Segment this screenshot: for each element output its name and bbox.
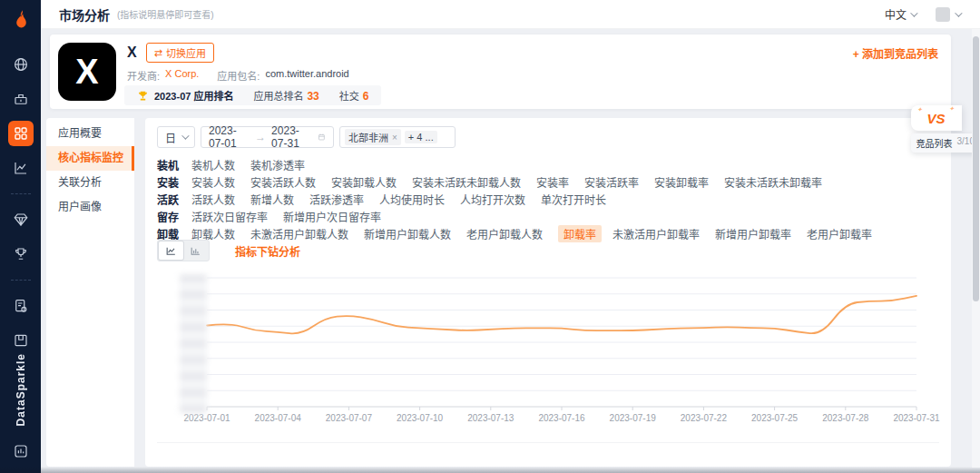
metric-chip[interactable]: 老用户卸载人数	[466, 226, 543, 241]
x-tick-label: 2023-07-04	[255, 413, 302, 423]
chevron-down-icon	[955, 9, 962, 16]
region-select[interactable]: 北部非洲 × + 4 ...	[339, 126, 456, 148]
competitor-list-label: 竞品列表	[916, 136, 953, 150]
sidebar-bottom: DataSparkle	[8, 353, 34, 473]
app-logo-flame-icon[interactable]	[10, 8, 32, 30]
metric-chip[interactable]: 新增用户卸载率	[715, 226, 791, 241]
bar-chart-icon	[190, 245, 201, 257]
date-arrow-icon: →	[255, 131, 266, 143]
language-selector[interactable]: 中文	[885, 6, 916, 22]
grid-apps-icon	[13, 125, 29, 142]
app-info-card: X X ⇄ 切换应用 开发商: X Corp. 应用包名: com.twitte…	[50, 34, 951, 109]
date-range-input[interactable]: 2023-07-01 → 2023-07-31	[201, 126, 334, 148]
sidebar-item-report-settings[interactable]	[8, 293, 34, 319]
granularity-select[interactable]: 日	[157, 126, 195, 148]
granularity-value: 日	[165, 130, 176, 145]
submenu-item[interactable]: 用户画像	[46, 195, 134, 220]
switch-app-label: 切换应用	[166, 45, 206, 60]
document-gear-icon	[13, 298, 29, 314]
sidebar-item-collection[interactable]	[8, 328, 34, 353]
sidebar-item-apps-active[interactable]	[8, 121, 34, 146]
sidebar-nav	[8, 52, 34, 353]
vs-compare-widget: VS 竞品列表 3/10	[911, 105, 980, 153]
trophy-gold-icon	[137, 90, 149, 102]
metric-chip[interactable]: 安装率	[536, 174, 569, 190]
metric-chip[interactable]: 单次打开时长	[541, 192, 606, 207]
metric-chip[interactable]: 新增用户卸载人数	[364, 226, 451, 241]
scrollbar-thumb[interactable]	[973, 36, 979, 301]
submenu-item[interactable]: 应用概要	[46, 122, 134, 146]
rank-period-label: 2023-07 应用排名	[154, 88, 233, 103]
sidebar: DataSparkle	[0, 0, 41, 473]
chevron-down-icon	[910, 9, 917, 16]
metric-chip[interactable]: 安装未活跃未卸载率	[724, 174, 822, 190]
metric-chip[interactable]: 人均使用时长	[379, 192, 445, 207]
metric-chip[interactable]: 安装活跃率	[584, 174, 639, 190]
metric-chip[interactable]: 未激活用户卸载率	[612, 226, 700, 241]
submenu: 应用概要核心指标监控关联分析用户画像	[46, 118, 134, 467]
metric-chip[interactable]: 新增用户次日留存率	[283, 209, 381, 224]
sidebar-item-bars[interactable]	[8, 439, 34, 464]
sidebar-item-gem[interactable]	[8, 207, 34, 232]
metric-chip[interactable]: 装机渗透率	[250, 157, 305, 172]
date-end: 2023-07-31	[271, 124, 312, 150]
competitor-list-counter[interactable]: 竞品列表 3/10	[911, 133, 980, 153]
bar-chart-toggle-button[interactable]	[183, 241, 208, 260]
remove-tag-icon[interactable]: ×	[392, 133, 397, 143]
sidebar-item-trophy[interactable]	[8, 241, 34, 267]
submenu-item[interactable]: 核心指标监控	[46, 146, 134, 171]
metric-chip[interactable]: 装机人数	[191, 157, 235, 172]
page-title: 市场分析	[59, 5, 110, 24]
vs-button[interactable]: VS	[911, 105, 962, 131]
metric-category-label: 安装	[157, 174, 191, 190]
y-axis-redacted-blur	[180, 274, 207, 413]
metric-category-label: 装机	[157, 157, 191, 172]
metric-chip[interactable]: 安装活跃人数	[250, 174, 316, 190]
metric-chip[interactable]: 安装未活跃未卸载人数	[412, 174, 521, 190]
metric-chip[interactable]: 活跃人数	[191, 192, 235, 207]
gem-icon	[13, 212, 29, 228]
region-more-tag[interactable]: + 4 ...	[405, 131, 437, 143]
metric-category-label: 留存	[157, 209, 191, 224]
trend-chart: 2023-07-012023-07-042023-07-072023-07-10…	[145, 269, 951, 432]
switch-arrows-icon: ⇄	[154, 47, 162, 59]
line-chart-toggle-button[interactable]	[159, 241, 183, 260]
metric-chip[interactable]: 安装人数	[191, 174, 235, 190]
vs-label: VS	[927, 111, 946, 126]
x-tick-label: 2023-07-16	[538, 413, 585, 423]
core-metrics-panel: 日 2023-07-01 → 2023-07-31 北部非洲 × + 4 ...…	[145, 118, 951, 467]
sidebar-item-market[interactable]	[8, 86, 34, 112]
sidebar-item-globe[interactable]	[8, 52, 34, 77]
metric-row: 安装安装人数安装活跃人数安装卸载人数安装未活跃未卸载人数安装率安装活跃率安装卸载…	[157, 173, 942, 191]
sidebar-divider	[11, 193, 31, 194]
metric-chip[interactable]: 老用户卸载率	[807, 226, 872, 241]
x-tick-label: 2023-07-25	[751, 413, 799, 423]
app-icon-x-logo: X	[58, 43, 116, 101]
metric-chip[interactable]: 安装卸载人数	[331, 174, 397, 190]
add-to-competitors-button[interactable]: + 添加到竞品列表	[853, 45, 938, 61]
switch-app-button[interactable]: ⇄ 切换应用	[146, 43, 214, 63]
submenu-item[interactable]: 关联分析	[46, 171, 134, 195]
metric-chip[interactable]: 安装卸载率	[654, 174, 709, 190]
x-tick-label: 2023-07-01	[183, 413, 230, 423]
app-icon-glyph: X	[75, 53, 98, 92]
trend-line-series	[207, 296, 916, 333]
sidebar-item-analytics[interactable]	[8, 155, 34, 181]
drill-down-link[interactable]: 指标下钻分析	[235, 243, 300, 259]
x-tick-label: 2023-07-10	[397, 413, 444, 423]
globe-icon	[13, 56, 29, 73]
trophy-icon	[13, 246, 29, 262]
metric-chip[interactable]: 新增人数	[250, 192, 294, 207]
user-menu[interactable]	[936, 7, 960, 22]
metric-chip[interactable]: 人均打开次数	[460, 192, 525, 207]
developer-link[interactable]: X Corp.	[165, 68, 199, 83]
package-name: com.twitter.android	[265, 68, 348, 83]
rank-bar: 2023-07 应用排名 应用总排名33 社交6	[124, 85, 381, 105]
metric-chip-selected[interactable]: 卸载率	[558, 225, 602, 242]
avatar	[936, 7, 950, 22]
archive-box-icon	[13, 332, 29, 349]
page-scrollbar[interactable]	[972, 29, 980, 468]
metric-chip[interactable]: 活跃渗透率	[309, 192, 364, 207]
bar-list-icon	[13, 443, 29, 459]
metric-chip[interactable]: 活跃次日留存率	[191, 209, 268, 224]
